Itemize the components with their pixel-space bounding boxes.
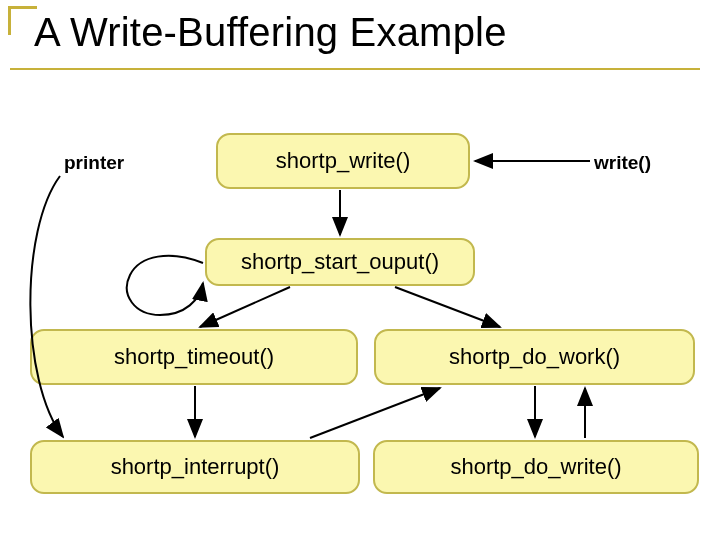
node-shortp-interrupt: shortp_interrupt()	[30, 440, 360, 494]
node-shortp-write: shortp_write()	[216, 133, 470, 189]
svg-line-3	[200, 287, 290, 327]
page-title: A Write-Buffering Example	[34, 10, 507, 55]
svg-line-7	[310, 388, 440, 438]
node-shortp-timeout-label: shortp_timeout()	[114, 344, 274, 370]
node-shortp-do-work: shortp_do_work()	[374, 329, 695, 385]
label-printer: printer	[64, 152, 124, 174]
node-shortp-write-label: shortp_write()	[276, 148, 410, 174]
node-shortp-start-ouput: shortp_start_ouput()	[205, 238, 475, 286]
node-shortp-interrupt-label: shortp_interrupt()	[111, 454, 280, 480]
label-write-call: write()	[594, 152, 651, 174]
title-divider	[10, 68, 700, 70]
node-shortp-start-ouput-label: shortp_start_ouput()	[241, 249, 439, 275]
node-shortp-do-write: shortp_do_write()	[373, 440, 699, 494]
svg-line-4	[395, 287, 500, 327]
node-shortp-do-write-label: shortp_do_write()	[450, 454, 621, 480]
slide-corner-accent	[8, 6, 37, 35]
node-shortp-timeout: shortp_timeout()	[30, 329, 358, 385]
node-shortp-do-work-label: shortp_do_work()	[449, 344, 620, 370]
